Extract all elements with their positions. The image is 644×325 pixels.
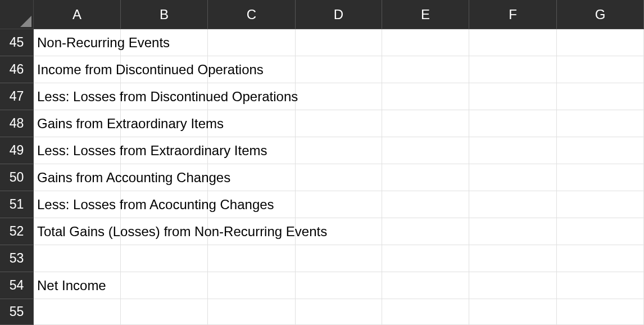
table-row: 55 [0, 299, 644, 325]
cell-F51[interactable] [469, 191, 557, 218]
cell-E55[interactable] [382, 299, 469, 325]
cell-D51[interactable] [296, 191, 382, 218]
cell-text: Non-Recurring Events [37, 35, 170, 51]
cell-F50[interactable] [469, 164, 557, 191]
cell-D54[interactable] [296, 272, 382, 299]
row-header-54[interactable]: 54 [0, 272, 34, 299]
table-row: 52 Total Gains (Losses) from Non-Recurri… [0, 218, 644, 245]
cell-G50[interactable] [557, 164, 644, 191]
cell-A53[interactable] [34, 245, 121, 272]
cell-E49[interactable] [382, 137, 469, 164]
cell-E51[interactable] [382, 191, 469, 218]
cell-A47[interactable]: Less: Losses from Discontinued Operation… [34, 83, 121, 110]
cell-B54[interactable] [121, 272, 208, 299]
cell-E50[interactable] [382, 164, 469, 191]
cell-D55[interactable] [296, 299, 382, 325]
cell-E54[interactable] [382, 272, 469, 299]
row-header-48[interactable]: 48 [0, 110, 34, 137]
cell-text: Less: Losses from Acocunting Changes [37, 197, 274, 213]
cell-A55[interactable] [34, 299, 121, 325]
cell-B55[interactable] [121, 299, 208, 325]
column-header-F[interactable]: F [469, 0, 557, 29]
cell-E48[interactable] [382, 110, 469, 137]
cell-G47[interactable] [557, 83, 644, 110]
cell-D48[interactable] [296, 110, 382, 137]
table-row: 45 Non-Recurring Events [0, 29, 644, 56]
column-headers-row: A B C D E F G [0, 0, 644, 29]
cell-A45[interactable]: Non-Recurring Events [34, 29, 121, 56]
cell-D45[interactable] [296, 29, 382, 56]
cell-A50[interactable]: Gains from Accounting Changes [34, 164, 121, 191]
cell-F54[interactable] [469, 272, 557, 299]
table-row: 49 Less: Losses from Extraordinary Items [0, 137, 644, 164]
cell-text: Total Gains (Losses) from Non-Recurring … [37, 224, 327, 240]
spreadsheet-grid: A B C D E F G 45 Non-Recurring Events 46… [0, 0, 644, 325]
row-header-50[interactable]: 50 [0, 164, 34, 191]
cell-E52[interactable] [382, 218, 469, 245]
cell-G53[interactable] [557, 245, 644, 272]
row-header-55[interactable]: 55 [0, 299, 34, 325]
cell-B53[interactable] [121, 245, 208, 272]
column-header-B[interactable]: B [121, 0, 208, 29]
cell-C45[interactable] [208, 29, 296, 56]
table-row: 54 Net Income [0, 272, 644, 299]
cell-F47[interactable] [469, 83, 557, 110]
cell-E45[interactable] [382, 29, 469, 56]
cell-text: Less: Losses from Extraordinary Items [37, 143, 267, 159]
cell-F46[interactable] [469, 56, 557, 83]
cell-D46[interactable] [296, 56, 382, 83]
cell-A46[interactable]: Income from Discontinued Operations [34, 56, 121, 83]
cell-D47[interactable] [296, 83, 382, 110]
cell-D50[interactable] [296, 164, 382, 191]
row-header-45[interactable]: 45 [0, 29, 34, 56]
cell-text: Gains from Accounting Changes [37, 170, 230, 186]
cell-F45[interactable] [469, 29, 557, 56]
cell-text: Net Income [37, 278, 106, 294]
cell-D49[interactable] [296, 137, 382, 164]
row-header-52[interactable]: 52 [0, 218, 34, 245]
row-header-46[interactable]: 46 [0, 56, 34, 83]
cell-G55[interactable] [557, 299, 644, 325]
table-row: 50 Gains from Accounting Changes [0, 164, 644, 191]
cell-A51[interactable]: Less: Losses from Acocunting Changes [34, 191, 121, 218]
table-row: 46 Income from Discontinued Operations [0, 56, 644, 83]
cell-text: Less: Losses from Discontinued Operation… [37, 89, 298, 105]
cell-A48[interactable]: Gains from Extraordinary Items [34, 110, 121, 137]
cell-A52[interactable]: Total Gains (Losses) from Non-Recurring … [34, 218, 121, 245]
cell-F52[interactable] [469, 218, 557, 245]
cell-C53[interactable] [208, 245, 296, 272]
cell-F55[interactable] [469, 299, 557, 325]
cell-F53[interactable] [469, 245, 557, 272]
table-row: 48 Gains from Extraordinary Items [0, 110, 644, 137]
cell-G45[interactable] [557, 29, 644, 56]
cell-E53[interactable] [382, 245, 469, 272]
column-header-A[interactable]: A [34, 0, 121, 29]
cell-A49[interactable]: Less: Losses from Extraordinary Items [34, 137, 121, 164]
select-all-corner[interactable] [0, 0, 34, 29]
column-header-C[interactable]: C [208, 0, 296, 29]
cell-A54[interactable]: Net Income [34, 272, 121, 299]
cell-F49[interactable] [469, 137, 557, 164]
row-header-49[interactable]: 49 [0, 137, 34, 164]
cell-G51[interactable] [557, 191, 644, 218]
table-row: 53 [0, 245, 644, 272]
cell-text: Income from Discontinued Operations [37, 62, 264, 78]
cell-G52[interactable] [557, 218, 644, 245]
cell-G46[interactable] [557, 56, 644, 83]
cell-F48[interactable] [469, 110, 557, 137]
cell-text: Gains from Extraordinary Items [37, 116, 224, 132]
cell-C54[interactable] [208, 272, 296, 299]
row-header-47[interactable]: 47 [0, 83, 34, 110]
cell-E47[interactable] [382, 83, 469, 110]
row-header-51[interactable]: 51 [0, 191, 34, 218]
cell-E46[interactable] [382, 56, 469, 83]
row-header-53[interactable]: 53 [0, 245, 34, 272]
cell-D53[interactable] [296, 245, 382, 272]
cell-C55[interactable] [208, 299, 296, 325]
column-header-D[interactable]: D [296, 0, 382, 29]
column-header-E[interactable]: E [382, 0, 469, 29]
cell-G54[interactable] [557, 272, 644, 299]
column-header-G[interactable]: G [557, 0, 644, 29]
cell-G49[interactable] [557, 137, 644, 164]
cell-G48[interactable] [557, 110, 644, 137]
